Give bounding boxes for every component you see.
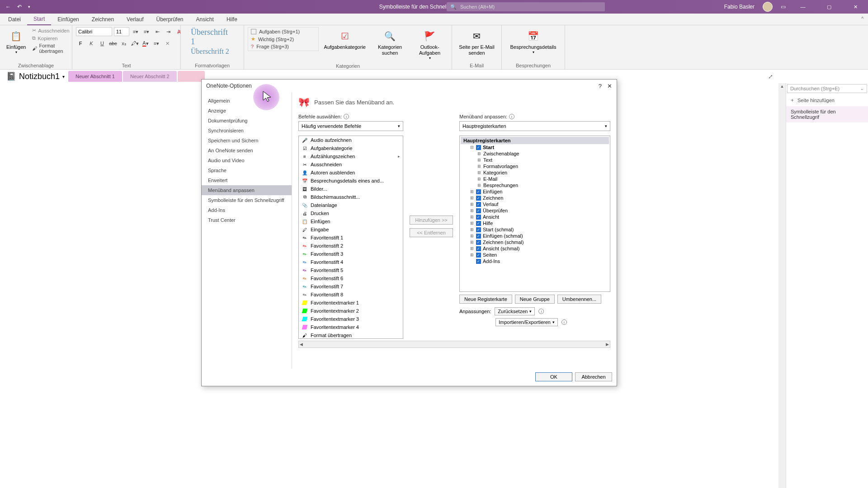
tab-zeichnen[interactable]: Zeichnen: [85, 14, 120, 25]
nav-item[interactable]: Speichern und Sichern: [202, 136, 292, 145]
command-item[interactable]: 🖼Bilder...: [299, 185, 403, 193]
tree-tab-item[interactable]: ⊞✓Hilfe: [461, 220, 609, 226]
italic-button[interactable]: K: [87, 39, 96, 48]
outlook-tasks-button[interactable]: 🚩Outlook-Aufgaben ▾: [411, 27, 448, 62]
tree-tab-item[interactable]: ⊞✓Überprüfen: [461, 207, 609, 214]
page-search[interactable]: Durchsuchen (Strg+E)⌄: [787, 84, 867, 93]
command-item[interactable]: Favoritentextmarker 4: [299, 323, 403, 331]
nav-item[interactable]: Erweitert: [202, 175, 292, 185]
info-icon[interactable]: i: [538, 309, 544, 314]
delete-button[interactable]: ✕: [163, 39, 172, 48]
nav-item[interactable]: Audio und Video: [202, 155, 292, 165]
section-tab-1[interactable]: Neuer Abschnitt 1: [68, 71, 122, 82]
back-icon[interactable]: ←: [5, 4, 11, 10]
commands-listbox[interactable]: 🎤Audio aufzeichnen☑Aufgabenkategorie≡Auf…: [298, 136, 403, 339]
command-item[interactable]: 🖊Eingabe: [299, 225, 403, 234]
tab-hilfe[interactable]: Hilfe: [220, 14, 244, 25]
tree-group-item[interactable]: ⊞Formatvorlagen: [461, 163, 609, 169]
email-page-button[interactable]: ✉Seite per E-Mail senden: [456, 27, 498, 58]
command-item[interactable]: 🖌Format übertragen: [299, 331, 403, 339]
notebook-select[interactable]: 📓 Notizbuch1 ▾: [3, 71, 68, 81]
help-button[interactable]: ?: [599, 83, 602, 89]
command-item[interactable]: ☑Aufgabenkategorie: [299, 144, 403, 152]
tree-tab-item[interactable]: ⊟✓Start: [461, 144, 609, 150]
bullets-icon[interactable]: ≡▾: [131, 27, 140, 36]
tree-tab-item[interactable]: ✓Add-Ins: [461, 258, 609, 264]
cut-button[interactable]: ✂Ausschneiden: [31, 27, 70, 34]
command-item[interactable]: ⧉Bildschirmausschnitt...: [299, 193, 403, 201]
info-icon[interactable]: i: [344, 114, 349, 119]
nav-item[interactable]: Add-Ins: [202, 205, 292, 215]
tree-tab-item[interactable]: ⊞✓Einfügen: [461, 188, 609, 195]
numbering-icon[interactable]: ≡▾: [142, 27, 151, 36]
command-item[interactable]: 👤Autoren ausblenden: [299, 169, 403, 177]
tree-group-item[interactable]: ⊞Zwischenablage: [461, 150, 609, 157]
commands-combo[interactable]: Häufig verwendete Befehle▾: [298, 121, 403, 131]
command-item[interactable]: ✂Ausschneiden: [299, 160, 403, 169]
tree-tab-item[interactable]: ⊞✓Zeichnen: [461, 195, 609, 201]
tab-einfuegen[interactable]: Einfügen: [51, 14, 85, 25]
nav-item[interactable]: Dokumentprüfung: [202, 116, 292, 126]
command-item[interactable]: Favoritentextmarker 1: [299, 299, 403, 307]
tree-tab-item[interactable]: ⊞✓Einfügen (schmal): [461, 233, 609, 239]
tab-ansicht[interactable]: Ansicht: [190, 14, 220, 25]
qat-dropdown-icon[interactable]: ▾: [28, 5, 30, 9]
dialog-hscroll[interactable]: ◀▶: [298, 341, 610, 348]
user-name[interactable]: Fabio Basler: [724, 4, 755, 10]
outdent-icon[interactable]: ⇤: [153, 27, 162, 36]
ribbon-tree[interactable]: Hauptregisterkarten⊟✓Start⊞Zwischenablag…: [459, 136, 610, 292]
new-group-button[interactable]: Neue Gruppe: [515, 295, 555, 304]
maximize-button[interactable]: ▢: [820, 0, 838, 14]
subscript-button[interactable]: x₂: [119, 39, 128, 48]
tree-group-item[interactable]: ⊞E-Mail: [461, 176, 609, 182]
minimize-button[interactable]: —: [794, 0, 812, 14]
nav-item[interactable]: Symbolleiste für den Schnellzugriff: [202, 195, 292, 205]
command-item[interactable]: 🖨Drucken: [299, 209, 403, 217]
reset-combo[interactable]: Zurücksetzen▾: [495, 307, 535, 315]
nav-item[interactable]: Allgemein: [202, 96, 292, 106]
nav-item[interactable]: Anzeige: [202, 106, 292, 116]
import-export-combo[interactable]: Importieren/Exportieren▾: [495, 318, 558, 326]
command-item[interactable]: ≡Aufzählungszeichen: [299, 152, 403, 160]
align-button[interactable]: ≡▾: [152, 39, 161, 48]
command-item[interactable]: 📅Besprechungsdetails eines and...: [299, 177, 403, 185]
section-tab-3[interactable]: [178, 71, 205, 82]
page-list-item[interactable]: Symbolleiste für den Schnellzugrif: [786, 106, 868, 122]
info-icon[interactable]: i: [561, 319, 567, 325]
undo-icon[interactable]: ↶: [17, 4, 22, 10]
tab-start[interactable]: Start: [27, 14, 51, 25]
command-item[interactable]: 🎤Audio aufzeichnen: [299, 136, 403, 144]
command-item[interactable]: ✎Favoritenstift 8: [299, 291, 403, 299]
rename-button[interactable]: Umbenennen...: [557, 295, 601, 304]
dialog-close-button[interactable]: ✕: [607, 83, 612, 89]
content-scrollbar[interactable]: ▲: [778, 83, 786, 488]
command-item[interactable]: ✎Favoritenstift 6: [299, 274, 403, 282]
tag-tasks[interactable]: Aufgaben (Strg+1): [249, 28, 317, 35]
paste-button[interactable]: 📋 Einfügen ▾: [4, 27, 28, 56]
style-heading-1[interactable]: Überschrift 1: [184, 27, 240, 47]
format-painter-button[interactable]: 🖌Format übertragen: [31, 42, 70, 54]
command-item[interactable]: ✎Favoritenstift 2: [299, 242, 403, 250]
font-color-button[interactable]: A▾: [141, 39, 150, 48]
command-item[interactable]: Favoritentextmarker 3: [299, 315, 403, 323]
dialog-titlebar[interactable]: OneNote-Optionen ? ✕: [202, 80, 617, 92]
command-item[interactable]: 📎Dateianlage: [299, 201, 403, 209]
task-category-button[interactable]: ☑Aufgabenkategorie: [321, 27, 368, 52]
tab-datei[interactable]: Datei: [2, 14, 27, 25]
tree-tab-item[interactable]: ⊞✓Zeichnen (schmal): [461, 239, 609, 245]
font-name-select[interactable]: Calibri: [76, 27, 112, 36]
tree-tab-item[interactable]: ⊞✓Ansicht: [461, 214, 609, 220]
tree-group-item[interactable]: ⊞Kategorien: [461, 169, 609, 176]
tab-ueberpruefen[interactable]: Überprüfen: [150, 14, 189, 25]
fullscreen-icon[interactable]: ⤢: [768, 73, 773, 80]
bold-button[interactable]: F: [76, 39, 85, 48]
command-item[interactable]: 📋Einfügen: [299, 217, 403, 225]
search-box[interactable]: 🔍 Suchen (Alt+M): [447, 2, 605, 11]
new-tab-button[interactable]: Neue Registerkarte: [459, 295, 512, 304]
find-categories-button[interactable]: 🔍Kategorien suchen: [371, 27, 409, 58]
tree-tab-item[interactable]: ⊞✓Start (schmal): [461, 226, 609, 233]
tag-important[interactable]: ★Wichtig (Strg+2): [249, 36, 317, 42]
ribbon-display-icon[interactable]: ▭: [781, 4, 786, 10]
style-heading-2[interactable]: Überschrift 2: [184, 47, 236, 56]
add-command-button[interactable]: Hinzufügen >>: [410, 216, 453, 225]
